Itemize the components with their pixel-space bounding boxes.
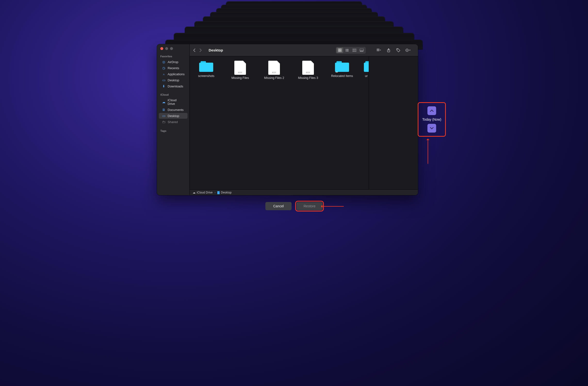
sidebar: Favorites ◎AirDrop ◷Recents ⍲Application… <box>157 44 190 195</box>
sidebar-item-applications[interactable]: ⍲Applications <box>159 71 188 77</box>
path-label: Desktop <box>221 191 231 194</box>
toolbar: Desktop <box>190 44 418 56</box>
sidebar-item-label: iCloud Drive <box>168 98 185 106</box>
folder-icon <box>199 61 213 72</box>
action-button[interactable] <box>405 47 411 53</box>
svg-point-22 <box>397 49 398 49</box>
restore-button[interactable]: Restore <box>296 202 323 210</box>
file-item[interactable]: screenshots <box>194 61 218 78</box>
svg-rect-3 <box>340 50 341 52</box>
cancel-button[interactable]: Cancel <box>265 202 292 210</box>
finder-main: Desktop <box>190 44 418 195</box>
folder-icon: ▇ <box>217 191 220 194</box>
sidebar-item-airdrop[interactable]: ◎AirDrop <box>159 59 188 65</box>
sidebar-heading-icloud: iCloud <box>157 92 189 97</box>
finder-window: Favorites ◎AirDrop ◷Recents ⍲Application… <box>157 44 418 195</box>
sidebar-item-label: AirDrop <box>168 60 178 64</box>
path-bar: ☁iCloud Drive › ▇Desktop <box>190 189 418 195</box>
sidebar-item-icloud-desktop[interactable]: ▭Desktop <box>159 113 188 119</box>
apps-icon: ⍲ <box>162 72 166 76</box>
annotation-arrow-icon <box>428 140 428 164</box>
timeline-next-button[interactable] <box>427 124 436 133</box>
list-view-button[interactable] <box>344 47 351 53</box>
svg-rect-13 <box>360 49 364 51</box>
alias-badge-icon: ↗ <box>336 70 338 72</box>
svg-point-24 <box>406 50 407 50</box>
preview-pane <box>369 56 418 189</box>
file-item[interactable]: ↗ Relocated Items <box>330 61 354 78</box>
sidebar-item-documents[interactable]: 🗎Documents <box>159 107 188 113</box>
path-segment[interactable]: ▇Desktop <box>217 191 231 194</box>
file-item[interactable]: Missing Files 3 <box>296 61 320 80</box>
timeline-prev-button[interactable] <box>427 106 436 115</box>
annotation-arrow-icon <box>322 206 344 206</box>
sidebar-item-desktop[interactable]: ▭Desktop <box>159 77 188 83</box>
svg-rect-17 <box>377 48 378 49</box>
downloads-icon: ⬇ <box>162 84 166 88</box>
path-separator-icon: › <box>214 191 215 194</box>
timeline-navigator: Today (Now) <box>419 103 445 136</box>
close-button[interactable] <box>160 47 163 50</box>
column-view-button[interactable] <box>351 47 358 53</box>
sidebar-item-label: Desktop <box>168 114 179 118</box>
rtf-icon <box>268 61 280 75</box>
svg-rect-10 <box>353 49 356 52</box>
svg-point-8 <box>345 50 346 50</box>
icon-grid[interactable]: screenshots Missing Files Missing Files … <box>190 56 369 189</box>
sidebar-item-label: Documents <box>168 108 184 112</box>
file-label: Missing Files <box>228 76 252 80</box>
file-item[interactable]: Missing Files 2 <box>262 61 286 80</box>
sidebar-item-label: Downloads <box>168 85 183 88</box>
file-label: ur <box>364 74 369 78</box>
forward-button[interactable] <box>199 48 204 52</box>
file-label: screenshots <box>194 74 218 78</box>
window-controls <box>157 47 189 54</box>
path-segment[interactable]: ☁iCloud Drive <box>193 191 212 194</box>
window-title: Desktop <box>209 48 223 52</box>
sidebar-heading-favorites: Favorites <box>157 54 189 59</box>
rtf-icon <box>234 61 246 75</box>
cloud-icon: ☁ <box>162 100 166 104</box>
back-button[interactable] <box>193 48 198 52</box>
path-label: iCloud Drive <box>197 191 212 194</box>
file-item[interactable]: Missing Files <box>228 61 252 80</box>
group-by-button[interactable] <box>376 47 382 53</box>
sidebar-item-label: Desktop <box>168 78 179 82</box>
svg-rect-14 <box>360 51 361 52</box>
svg-point-9 <box>345 51 346 51</box>
svg-point-26 <box>408 50 408 50</box>
icon-view-button[interactable] <box>336 47 343 53</box>
sidebar-item-shared[interactable]: 🗀Shared <box>159 119 188 125</box>
gallery-view-button[interactable] <box>358 47 365 53</box>
content-area: screenshots Missing Files Missing Files … <box>190 56 418 189</box>
sidebar-item-recents[interactable]: ◷Recents <box>159 65 188 71</box>
svg-point-7 <box>345 49 346 49</box>
cloud-icon: ☁ <box>193 191 195 194</box>
sidebar-item-label: Shared <box>168 120 178 124</box>
svg-rect-16 <box>362 51 363 52</box>
sidebar-item-icloud-drive[interactable]: ☁iCloud Drive <box>159 97 188 107</box>
folder-icon <box>364 61 369 72</box>
desktop-icon: ▭ <box>162 114 166 118</box>
sidebar-heading-tags: Tags <box>157 128 189 133</box>
svg-rect-1 <box>340 49 341 50</box>
minimize-button[interactable] <box>165 47 168 50</box>
document-icon: 🗎 <box>162 108 166 112</box>
timeline-label: Today (Now) <box>421 117 443 121</box>
svg-rect-20 <box>378 50 379 51</box>
file-label: Missing Files 2 <box>262 76 286 80</box>
view-switcher <box>336 47 366 54</box>
zoom-button[interactable] <box>170 47 173 50</box>
shared-icon: 🗀 <box>162 120 166 124</box>
sidebar-item-label: Applications <box>168 72 185 76</box>
svg-point-25 <box>407 50 407 50</box>
sidebar-item-downloads[interactable]: ⬇Downloads <box>159 83 188 89</box>
svg-rect-15 <box>361 51 362 52</box>
file-label: Missing Files 3 <box>296 76 320 80</box>
file-item[interactable]: ur <box>364 61 369 78</box>
tags-button[interactable] <box>395 47 402 53</box>
desktop-icon: ▭ <box>162 78 166 82</box>
svg-rect-0 <box>338 49 340 50</box>
file-label: Relocated Items <box>330 74 354 78</box>
share-button[interactable] <box>385 47 392 53</box>
